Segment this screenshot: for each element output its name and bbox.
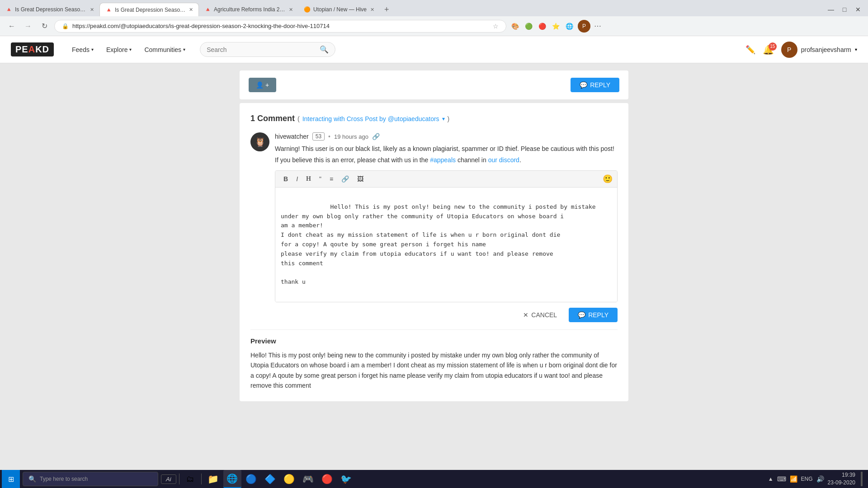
link-button[interactable]: 🔗 bbox=[338, 174, 353, 184]
taskbar-app-c[interactable]: 🔷 bbox=[261, 470, 279, 488]
cross-post-arrow: ▾ bbox=[442, 116, 445, 122]
nav-communities[interactable]: Communities ▾ bbox=[139, 43, 191, 56]
reply-label-top: REPLY bbox=[590, 81, 610, 89]
comment-link-icon[interactable]: 🔗 bbox=[372, 133, 380, 140]
appeals-link[interactable]: #appeals bbox=[430, 156, 456, 164]
tab1-close[interactable]: ✕ bbox=[90, 7, 94, 13]
italic-button[interactable]: I bbox=[292, 174, 302, 184]
profile-avatar-browser[interactable]: P bbox=[578, 20, 590, 33]
notification-bell[interactable]: 🔔 15 bbox=[763, 44, 774, 55]
more-options-icon[interactable]: ⋯ bbox=[594, 22, 601, 30]
ext-icon-1[interactable]: 🎨 bbox=[510, 21, 520, 31]
comment-separator: • bbox=[328, 133, 330, 140]
preview-title: Preview bbox=[250, 337, 618, 345]
tab4-close[interactable]: ✕ bbox=[370, 7, 374, 13]
edit-icon[interactable]: ✏️ bbox=[745, 45, 755, 55]
channel-in-text: channel in bbox=[458, 156, 488, 164]
network-icon[interactable]: 📶 bbox=[790, 475, 797, 483]
editor-content[interactable]: Hello! This is my post only! being new t… bbox=[275, 188, 617, 302]
bookmark-icon[interactable]: ☆ bbox=[493, 23, 499, 30]
heading-button[interactable]: H bbox=[302, 174, 315, 184]
editor-toolbar: B I H " ≡ 🔗 🖼 🙂 bbox=[275, 171, 617, 188]
nav-communities-label: Communities bbox=[144, 46, 181, 53]
taskbar-app-discord[interactable]: 🎮 bbox=[299, 470, 317, 488]
quote-button[interactable]: " bbox=[316, 174, 325, 184]
taskbar-search-bar[interactable]: 🔍 Type here to search bbox=[23, 472, 158, 486]
logo[interactable]: PEAKD bbox=[11, 42, 54, 56]
taskbar-app-bird[interactable]: 🐦 bbox=[337, 470, 355, 488]
taskbar-app-chrome[interactable]: 🔴 bbox=[318, 470, 336, 488]
comments-count: 1 Comment bbox=[250, 114, 295, 123]
taskbar-icon-task-view[interactable]: 🗂 bbox=[182, 471, 198, 487]
follow-button[interactable]: 👤 + bbox=[249, 78, 276, 92]
comment-warning-text2: If you believe this is an error, please … bbox=[275, 155, 618, 165]
ext-icon-4[interactable]: ⭐ bbox=[551, 21, 561, 31]
forward-button[interactable]: → bbox=[22, 20, 34, 33]
close-button[interactable]: ✕ bbox=[852, 3, 864, 16]
taskbar-search-placeholder: Type here to search bbox=[40, 476, 88, 482]
tab4-favicon: 🟠 bbox=[304, 6, 311, 13]
search-input[interactable] bbox=[207, 46, 316, 53]
tab-4[interactable]: 🟠 Utopian / New — Hive ✕ bbox=[298, 3, 380, 16]
taskbar-app-dropbox[interactable]: 🔵 bbox=[242, 470, 260, 488]
back-button[interactable]: ← bbox=[5, 20, 18, 33]
notification-badge: 15 bbox=[769, 42, 777, 51]
taskbar-clock[interactable]: 19:39 23-09-2020 bbox=[828, 471, 855, 487]
minimize-button[interactable]: — bbox=[825, 3, 837, 16]
tab-2[interactable]: 🔺 Is Great Depression Season 2 Kn... ✕ bbox=[99, 3, 199, 16]
comment-avatar: 🦉 bbox=[250, 132, 269, 151]
start-button[interactable]: ⊞ bbox=[2, 470, 20, 488]
new-tab-button[interactable]: + bbox=[380, 3, 394, 16]
comments-header-row: 1 Comment ( Interacting with Cross Post … bbox=[250, 114, 618, 123]
tab-1[interactable]: 🔺 Is Great Depression Season 2 Kn... ✕ bbox=[0, 3, 99, 16]
toolbar-buttons-left: B I H " ≡ 🔗 🖼 bbox=[280, 174, 367, 184]
bold-button[interactable]: B bbox=[280, 174, 292, 184]
editor-actions: ✕ CANCEL 💬 REPLY bbox=[275, 308, 618, 322]
emoji-button[interactable]: 🙂 bbox=[603, 174, 613, 184]
volume-icon[interactable]: 🔊 bbox=[816, 475, 824, 483]
refresh-button[interactable]: ↻ bbox=[38, 20, 51, 33]
taskbar-app-d[interactable]: 🟡 bbox=[280, 470, 298, 488]
taskbar-show-desktop[interactable] bbox=[861, 472, 863, 486]
url-bar[interactable]: 🔒 https://peakd.com/@utopiaeducators/is-… bbox=[54, 20, 506, 33]
search-icon[interactable]: 🔍 bbox=[320, 45, 329, 54]
tab3-title: Agriculture Reforms India 2020 ... bbox=[214, 6, 286, 13]
tab3-close[interactable]: ✕ bbox=[289, 7, 293, 13]
keyboard-icon[interactable]: ⌨ bbox=[777, 475, 786, 483]
ext-icon-2[interactable]: 🟢 bbox=[524, 21, 533, 31]
image-button[interactable]: 🖼 bbox=[354, 174, 367, 184]
comment-item: 🦉 hivewatcher 53 • 19 hours ago 🔗 Warnin… bbox=[250, 132, 618, 322]
feeds-chevron-icon: ▾ bbox=[91, 47, 94, 52]
nav-explore[interactable]: Explore ▾ bbox=[101, 43, 137, 56]
up-arrow-icon[interactable]: ▲ bbox=[768, 476, 774, 482]
ext-icon-3[interactable]: 🔴 bbox=[537, 21, 547, 31]
comment-author[interactable]: hivewatcher bbox=[275, 133, 309, 140]
cancel-button[interactable]: ✕ CANCEL bbox=[516, 308, 564, 322]
preview-content: Hello! This is my post only! being new t… bbox=[250, 350, 618, 391]
cross-post-link[interactable]: Interacting with Cross Post by @utopiaed… bbox=[302, 115, 439, 122]
taskbar-search-icon: 🔍 bbox=[28, 475, 36, 483]
nav-explore-label: Explore bbox=[106, 46, 127, 53]
ext-icon-5[interactable]: 🌐 bbox=[564, 21, 574, 31]
user-menu[interactable]: P profsanjeevsharm ▾ bbox=[781, 42, 857, 58]
maximize-button[interactable]: □ bbox=[838, 3, 851, 16]
reply-button-top[interactable]: 💬 REPLY bbox=[571, 78, 619, 92]
lang-label: ENG bbox=[801, 476, 813, 482]
comments-paren-close: ) bbox=[448, 115, 450, 122]
list-button[interactable]: ≡ bbox=[326, 174, 337, 184]
nav-feeds[interactable]: Feeds ▾ bbox=[66, 43, 99, 56]
taskbar-time: 19:39 bbox=[828, 471, 855, 479]
tab4-title: Utopian / New — Hive bbox=[313, 6, 368, 13]
reply-editor: B I H " ≡ 🔗 🖼 🙂 Hello! This is m bbox=[275, 170, 618, 302]
taskbar-app-edge[interactable]: 🌐 bbox=[223, 470, 241, 488]
tab-3[interactable]: 🔺 Agriculture Reforms India 2020 ... ✕ bbox=[199, 3, 298, 16]
taskbar-ai-button[interactable]: Ai bbox=[161, 474, 176, 484]
browser-chrome: 🔺 Is Great Depression Season 2 Kn... ✕ 🔺… bbox=[0, 0, 868, 36]
tab3-favicon: 🔺 bbox=[204, 6, 211, 13]
discord-link[interactable]: our discord bbox=[488, 156, 519, 164]
comments-paren-open: ( bbox=[297, 115, 300, 122]
reply-button-editor[interactable]: 💬 REPLY bbox=[569, 308, 618, 322]
search-bar[interactable]: 🔍 bbox=[200, 42, 335, 57]
taskbar-app-file-explorer[interactable]: 📁 bbox=[204, 470, 222, 488]
tab2-close[interactable]: ✕ bbox=[189, 7, 193, 13]
